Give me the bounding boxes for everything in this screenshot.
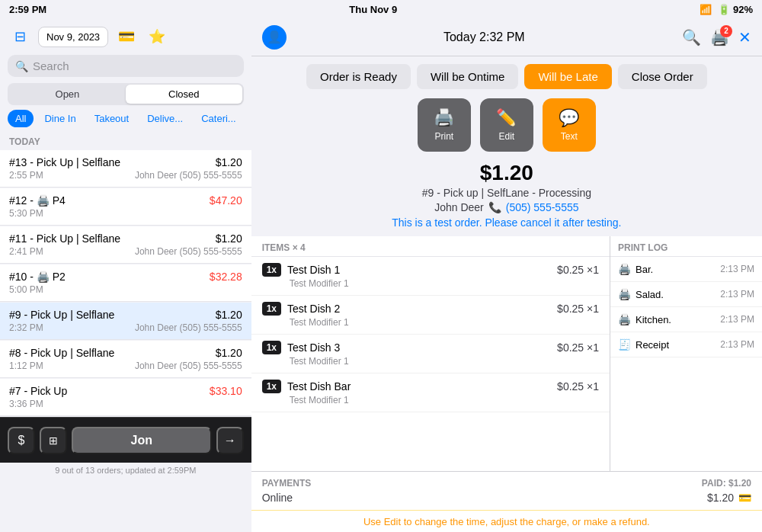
filter-takeout[interactable]: Takeout [87,110,137,127]
sidebar-toggle-btn[interactable]: ⊟ [8,24,32,49]
order-amount: $1.20 [216,309,242,321]
order-amount: $32.28 [210,271,242,283]
order-line-item: 1x Test Dish 1 $0.25 ×1 Test Modifier 1 [251,257,610,296]
order-amount: $1.20 [216,156,242,168]
order-line-item: 1x Test Dish Bar $0.25 ×1 Test Modifier … [251,373,610,412]
order-item[interactable]: #7 - Pick Up $33.10 3:36 PM [0,379,251,416]
order-item[interactable]: #10 - 🖨️ P2 $32.28 5:00 PM [0,264,251,302]
close-order-x-button[interactable]: ✕ [738,28,751,46]
order-item[interactable]: #9 - Pick Up | Selflane $1.20 2:32 PM Jo… [0,303,251,340]
credit-card-icon: 💳 [738,492,751,504]
order-id: #11 - Pick Up | Selflane [9,232,120,245]
filter-all[interactable]: All [8,110,34,127]
search-input[interactable] [33,59,236,72]
print-log-time: 2:13 PM [720,264,754,274]
open-closed-tabs: Open Closed [8,83,244,105]
order-customer: John Deer (505) 555-5555 [135,246,242,257]
order-ready-btn[interactable]: Order is Ready [306,64,411,89]
battery-icon: 🔋 92% [718,4,753,15]
item-qty-badge: 1x [262,341,281,354]
print-log-section: PRINT LOG 🖨️ Bar. 2:13 PM 🖨️ Salad. [610,236,762,471]
order-item[interactable]: #8 - Pick Up | Selflane $1.20 1:12 PM Jo… [0,341,251,378]
date-button[interactable]: Nov 9, 2023 [38,27,108,47]
print-log-name-label: Bar. [636,264,653,275]
print-log-time: 2:13 PM [720,289,754,300]
sidebar-footer: 9 out of 13 orders; updated at 2:59PM [0,463,251,478]
tab-open[interactable]: Open [9,85,126,104]
item-modifier: Test Modifier 1 [262,356,599,367]
printer-icon: 🖨️ [618,263,631,275]
will-be-late-btn[interactable]: Will be Late [524,64,611,89]
sidebar: ⊟ Nov 9, 2023 💳 ⭐ 🔍 Open Closed All [0,18,251,532]
receipt-icon: 🧾 [618,338,631,351]
test-order-message: This is a test order. Please cancel it a… [262,213,751,232]
text-btn[interactable]: 💬 Text [543,98,596,152]
grid-button[interactable]: ⊞ [40,427,67,454]
print-log-name-label: Salad. [636,289,664,300]
payment-method: Online [262,492,293,504]
order-subtitle: #9 - Pick up | SelfLane - Processing [262,187,751,199]
sidebar-bottom-bar: $ ⊞ Jon → [0,417,251,463]
print-badge: 2 [720,25,732,37]
print-log-name-label: Receipt [636,339,669,351]
item-price: $0.25 ×1 [557,341,599,354]
customer-name-button[interactable]: Jon [72,427,212,454]
edit-btn[interactable]: ✏️ Edit [480,98,533,152]
order-time: 3:36 PM [9,399,43,409]
payments-label: PAYMENTS [262,478,312,489]
order-phone[interactable]: (505) 555-5555 [506,201,579,213]
order-id: #8 - Pick Up | Selflane [9,347,114,359]
action-buttons-row: Order is Ready Will be Ontime Will be La… [251,56,762,94]
print-log-time: 2:13 PM [720,314,754,325]
filter-catering[interactable]: Cateri... [194,110,244,127]
card-icon-btn[interactable]: 💳 [114,24,139,49]
order-id: #13 - Pick Up | Selflane [9,156,120,168]
items-header: ITEMS × 4 [262,242,306,253]
order-item[interactable]: #13 - Pick Up | Selflane $1.20 2:55 PM J… [0,150,251,187]
item-price: $0.25 ×1 [557,264,599,276]
edit-icon: ✏️ [496,108,517,128]
search-header-button[interactable]: 🔍 [682,28,701,46]
order-time: 2:41 PM [9,246,43,257]
item-name: Test Dish 2 [287,303,340,315]
close-order-btn[interactable]: Close Order [618,64,707,89]
wifi-icon: 📶 [700,4,712,15]
payments-section: PAYMENTS PAID: $1.20 Online $1.20 💳 [251,471,762,510]
order-item[interactable]: #12 - 🖨️ P4 $47.20 5:30 PM [0,188,251,226]
main-header: 👤 Today 2:32 PM 🔍 🖨️ 2 ✕ [251,18,762,56]
icon-action-row: 🖨️ Print ✏️ Edit 💬 Text [251,94,762,156]
order-time: 5:00 PM [9,284,43,295]
print-queue-button[interactable]: 🖨️ 2 [710,28,729,46]
print-log-header: PRINT LOG [610,236,762,257]
order-id: #10 - 🖨️ P2 [9,271,66,283]
main-header-title: Today 2:32 PM [443,30,525,44]
order-id: #12 - 🖨️ P4 [9,194,66,207]
item-name: Test Dish 3 [287,341,340,354]
print-log-item: 🖨️ Salad. 2:13 PM [610,282,762,307]
bottom-notice: Use Edit to change the time, adjust the … [251,510,762,532]
will-be-ontime-btn[interactable]: Will be Ontime [417,64,519,89]
item-modifier: Test Modifier 1 [262,278,599,289]
dollar-button[interactable]: $ [8,427,35,454]
order-line-item: 1x Test Dish 3 $0.25 ×1 Test Modifier 1 [251,335,610,373]
star-icon-btn[interactable]: ⭐ [145,24,169,49]
printer-icon: 🖨️ [618,288,631,300]
filter-dinein[interactable]: Dine In [37,110,83,127]
item-name: Test Dish Bar [287,380,351,393]
status-date: Thu Nov 9 [349,4,397,15]
item-qty-badge: 1x [262,302,281,316]
filter-delivery[interactable]: Delive... [139,110,190,127]
order-amount: $47.20 [210,194,242,207]
forward-arrow-button[interactable]: → [216,427,244,454]
status-bar: 2:59 PM Thu Nov 9 📶 🔋 92% [0,0,762,18]
print-btn[interactable]: 🖨️ Print [418,98,471,152]
sms-icon: 💬 [559,108,579,128]
print-log-item: 🖨️ Kitchen. 2:13 PM [610,307,762,332]
payment-amount-value: $1.20 [707,492,734,504]
order-item[interactable]: #11 - Pick Up | Selflane $1.20 2:41 PM J… [0,226,251,264]
bottom-notice-text: Use Edit to change the time, adjust the … [363,516,650,527]
item-name: Test Dish 1 [287,264,340,276]
order-list: #13 - Pick Up | Selflane $1.20 2:55 PM J… [0,150,251,417]
tab-closed[interactable]: Closed [126,85,242,104]
print-icon: 🖨️ [434,108,454,128]
